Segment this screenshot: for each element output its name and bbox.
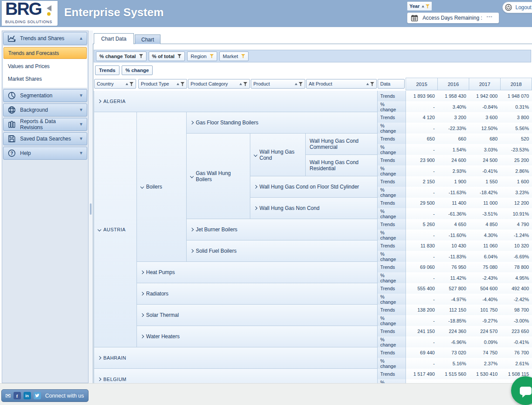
year-header-2018[interactable]: 2018: [500, 78, 532, 90]
splitter-grip-icon[interactable]: [90, 203, 92, 215]
data-type-cell: % change: [378, 123, 406, 134]
data-type-label: Trends: [380, 329, 395, 334]
tab-chart-data[interactable]: Chart Data: [94, 33, 134, 44]
sidebar-section-saved-data-searches[interactable]: Saved Data Searches ▼: [3, 132, 87, 145]
tree-cell-water-heaters[interactable]: Water Heaters: [137, 326, 378, 347]
facebook-icon[interactable]: f: [14, 392, 21, 399]
sort-asc-icon[interactable]: [422, 5, 424, 7]
filter-chip-pct-change-total[interactable]: % change Total: [96, 51, 147, 61]
tree-cell-austria[interactable]: AUSTRIA: [94, 112, 137, 347]
year-header-2017[interactable]: 2017: [469, 78, 501, 90]
filter-chip-region[interactable]: Region: [187, 51, 217, 61]
tree-cell-whgc-on-floor-std-cylinder[interactable]: Wall Hung Gas Cond on Floor Std Cylinder: [250, 176, 378, 198]
collapse-icon[interactable]: [190, 174, 194, 178]
tree-label: Jet Burner Boilers: [196, 227, 237, 233]
expand-icon[interactable]: [140, 335, 144, 338]
chevron-up-icon: ▲: [79, 36, 83, 41]
grid-column-headers: Country Product Type Product Category Pr…: [94, 78, 532, 91]
tab-chart[interactable]: Chart: [135, 34, 160, 44]
sidebar-section-reports-data-revisions[interactable]: Reports & Data Revisions ▼: [3, 118, 87, 131]
sort-asc-icon[interactable]: [239, 83, 242, 85]
year-field-button[interactable]: Year: [407, 1, 432, 11]
tree-cell-algeria[interactable]: ALGERIA: [94, 91, 378, 112]
measure-chip-pct-change[interactable]: % change: [122, 65, 153, 75]
twitter-icon[interactable]: [34, 392, 41, 399]
tree-cell-wall-hung-gas-non-cond[interactable]: Wall Hung Gas Non Cond: [250, 198, 378, 219]
column-header-product-category[interactable]: Product Category: [188, 79, 250, 89]
email-icon[interactable]: ✉: [5, 392, 11, 399]
sidebar-section-trends-and-shares[interactable]: Trends and Shares ▲: [3, 32, 87, 45]
collapse-icon[interactable]: [98, 228, 101, 231]
expand-icon[interactable]: [98, 378, 101, 381]
filter-funnel-icon[interactable]: [181, 82, 184, 86]
value-cell: -0.84%: [469, 101, 501, 113]
filter-funnel-icon[interactable]: [243, 82, 247, 86]
sidebar-section-background[interactable]: Background ▼: [3, 103, 87, 117]
collapse-icon[interactable]: [140, 185, 144, 189]
column-header-country[interactable]: Country: [94, 79, 136, 89]
column-header-alt-product[interactable]: Alt Product: [306, 79, 377, 89]
tree-cell-wall-hung-gas-cond[interactable]: Wall Hung Gas Cond: [250, 134, 306, 176]
sort-asc-icon[interactable]: [295, 83, 297, 85]
tree-cell-solar-thermal[interactable]: Solar Thermal: [137, 305, 378, 326]
filter-chip-market[interactable]: Market: [219, 51, 249, 61]
sidebar-section-help[interactable]: ? Help ▼: [3, 147, 87, 160]
expand-icon[interactable]: [140, 271, 144, 274]
column-header-data[interactable]: Data: [378, 79, 405, 89]
value-cell: -0.13%: [438, 379, 470, 383]
sort-asc-icon[interactable]: [177, 83, 179, 85]
tree-cell-jet-burner-boilers[interactable]: Jet Burner Boilers: [187, 219, 378, 240]
sort-asc-icon[interactable]: [126, 83, 128, 85]
data-type-cell: % change: [378, 379, 406, 383]
value-cell: 1 517 490: [406, 369, 438, 380]
filter-funnel-icon-active[interactable]: [426, 4, 430, 8]
tree-cell-gas-wall-hung-boilers[interactable]: Gas Wall Hung Boilers: [187, 134, 250, 219]
filter-funnel-icon[interactable]: [299, 82, 303, 86]
expand-icon[interactable]: [190, 121, 194, 124]
data-type-cell: % change: [378, 358, 406, 369]
column-header-product-type[interactable]: Product Type: [138, 79, 187, 89]
tree-cell-bahrain[interactable]: BAHRAIN: [94, 347, 378, 369]
tree-cell-boilers[interactable]: Boilers: [137, 112, 187, 262]
value-cell: 69 060: [406, 262, 438, 273]
filter-chip-pct-of-total[interactable]: % of total: [149, 51, 185, 61]
expand-icon[interactable]: [140, 292, 144, 295]
measure-chip-trends[interactable]: Trends: [95, 65, 119, 75]
sidebar-item-market-shares[interactable]: Market Shares: [3, 73, 87, 84]
column-header-product[interactable]: Product: [251, 79, 305, 89]
data-type-label: Trends: [380, 93, 395, 99]
expand-icon[interactable]: [254, 185, 257, 189]
tree-cell-radiators[interactable]: Radiators: [137, 283, 378, 305]
sidebar-section-segmentation[interactable]: Segmentation ▼: [3, 89, 87, 102]
filter-funnel-icon[interactable]: [370, 82, 374, 86]
sidebar-splitter[interactable]: [89, 31, 93, 383]
connect-with-us-bar[interactable]: ✉ f in Connect with us: [1, 389, 89, 402]
data-type-label: Trends: [380, 243, 395, 248]
collapse-icon[interactable]: [254, 153, 257, 156]
tree-cell-heat-pumps[interactable]: Heat Pumps: [137, 262, 378, 283]
expand-icon[interactable]: [254, 206, 257, 210]
chevron-down-icon: ▼: [79, 137, 83, 141]
chat-bubble-icon: [520, 387, 532, 395]
tree-cell-solid-fuel-boilers[interactable]: Solid Fuel Boilers: [187, 240, 378, 262]
expand-icon[interactable]: [140, 313, 144, 317]
value-cell: 504 600: [469, 283, 501, 294]
logout-button[interactable]: Logout: [502, 2, 532, 13]
tree-cell-whgc-residential[interactable]: Wall Hung Gas Cond Residential: [306, 155, 378, 176]
tree-cell-belgium[interactable]: BELGIUM: [94, 369, 378, 383]
sidebar-item-trends-and-forecasts[interactable]: Trends and Forecasts: [3, 47, 87, 59]
tree-cell-gas-floor-standing-boilers[interactable]: Gas Floor Standing Boilers: [187, 112, 378, 134]
year-header-2016[interactable]: 2016: [437, 78, 469, 90]
globe-icon: [7, 105, 17, 115]
expand-icon[interactable]: [190, 228, 194, 231]
year-header-2015[interactable]: 2015: [406, 78, 438, 90]
expand-icon[interactable]: [98, 100, 101, 103]
sort-asc-icon[interactable]: [366, 83, 369, 85]
expand-icon[interactable]: [98, 356, 101, 360]
sidebar-item-values-and-prices[interactable]: Values and Prices: [3, 61, 87, 72]
tree-cell-whgc-commercial[interactable]: Wall Hung Gas Cond Commercial: [306, 134, 378, 155]
value-cell: -22.33%: [438, 123, 470, 134]
expand-icon[interactable]: [190, 249, 194, 253]
linkedin-icon[interactable]: in: [24, 392, 31, 399]
filter-funnel-icon[interactable]: [130, 82, 133, 86]
